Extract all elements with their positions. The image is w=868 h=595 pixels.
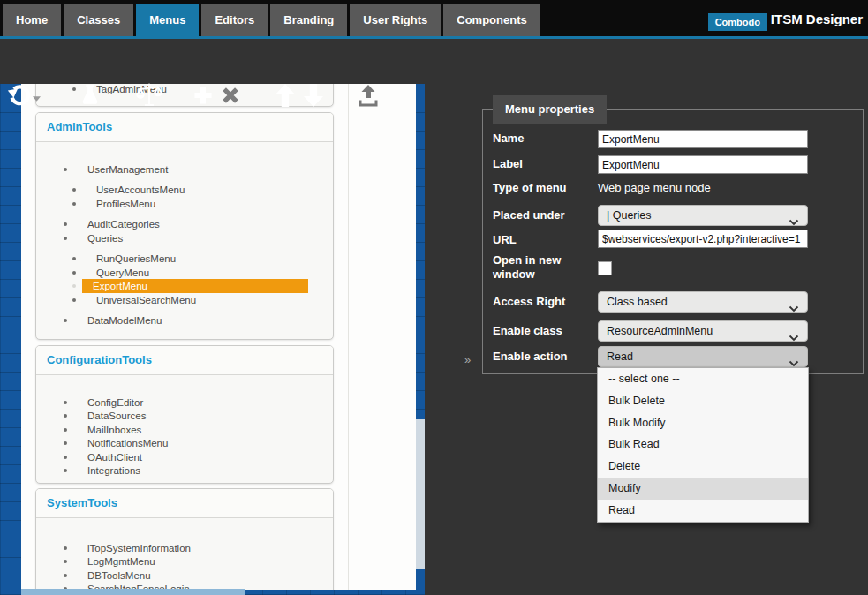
bullet-icon — [64, 560, 67, 563]
tree-item-RunQueriesMenu[interactable]: RunQueriesMenu — [36, 252, 333, 267]
tab-user-rights[interactable]: User Rights — [350, 4, 441, 36]
collapse-panel-icon[interactable]: » — [464, 353, 471, 366]
tab-branding[interactable]: Branding — [270, 4, 347, 36]
itsm-designer-window: HomeClassesMenusEditorsBrandingUser Righ… — [0, 0, 868, 595]
tab-menus[interactable]: Menus — [136, 4, 199, 36]
access-right-select[interactable]: Class based — [598, 291, 808, 313]
chevron-down-icon — [789, 299, 799, 319]
undo-dropdown-button[interactable] — [30, 83, 42, 111]
type-of-menu-label: Type of menu — [493, 181, 592, 195]
tree-item-Queries[interactable]: Queries — [36, 231, 333, 245]
tree-item-label: Queries — [84, 232, 126, 245]
section-title: ConfigurationTools — [36, 346, 333, 375]
option-bulk-delete[interactable]: Bulk Delete — [598, 390, 808, 412]
option-read[interactable]: Read — [598, 500, 808, 522]
bullet-icon — [72, 257, 76, 260]
move-down-button[interactable] — [302, 83, 325, 111]
tree-item-label: NotificationsMenu — [84, 437, 171, 449]
add-button[interactable] — [191, 83, 215, 111]
tree-item-AuditCategories[interactable]: AuditCategories — [36, 218, 333, 232]
delete-button[interactable] — [219, 83, 242, 111]
bullet-icon — [64, 319, 67, 322]
open-in-new-window-checkbox[interactable] — [598, 261, 612, 275]
option-bulk-modify[interactable]: Bulk Modify — [598, 412, 808, 434]
tree-item-label: Integrations — [84, 464, 144, 477]
tree-item-label: iTopSystemInformation — [84, 542, 194, 554]
tree-item-QueryMenu[interactable]: QueryMenu — [36, 266, 333, 280]
test-button[interactable] — [76, 83, 104, 111]
label-input[interactable] — [598, 155, 808, 174]
placed-under-label: Placed under — [493, 208, 592, 222]
open-in-new-window-label: Open in new window — [493, 253, 581, 282]
name-input[interactable] — [598, 130, 808, 148]
enable-action-select[interactable]: Read — [598, 346, 808, 367]
bullet-icon — [64, 401, 67, 404]
tree-item-label: RunQueriesMenu — [93, 252, 179, 265]
bullet-icon — [64, 441, 67, 445]
tree-item-OAuthClient[interactable]: OAuthClient — [36, 450, 333, 464]
tree-card-configurationtools: ConfigurationTools ConfigEditorDataSourc… — [35, 345, 334, 484]
chevron-down-icon — [789, 328, 799, 348]
tab-editors[interactable]: Editors — [201, 4, 268, 36]
tab-home[interactable]: Home — [3, 4, 61, 36]
tree-item-label: QueryMenu — [93, 267, 153, 279]
placed-under-select[interactable]: | Queries — [598, 205, 808, 226]
option-select-one[interactable]: -- select one -- — [598, 368, 808, 390]
url-label: URL — [493, 233, 592, 247]
enable-action-label: Enable action — [493, 350, 592, 364]
tree-item-UniversalSearchMenu[interactable]: UniversalSearchMenu — [36, 293, 333, 307]
bullet-icon — [64, 469, 67, 472]
scales-icon — [133, 81, 165, 113]
bullet-icon — [72, 202, 76, 206]
tree-item-DataModelMenu[interactable]: DataModelMenu — [36, 314, 333, 328]
app-title: ITSM Designer — [771, 11, 863, 26]
tree-item-NotificationsMenu[interactable]: NotificationsMenu — [36, 437, 333, 451]
brand-badge: Combodo — [708, 13, 767, 31]
tree-item-Integrations[interactable]: Integrations — [36, 464, 333, 478]
bullet-icon — [64, 414, 67, 418]
tree-item-label: DataModelMenu — [84, 314, 165, 327]
chevron-down-icon — [33, 89, 41, 105]
name-label: Name — [493, 132, 592, 146]
tree-panel-divider — [348, 84, 349, 590]
bullet-icon — [64, 574, 67, 577]
enable-class-label: Enable class — [493, 324, 592, 338]
tree-item-label: ExportMenu — [82, 279, 308, 293]
option-delete[interactable]: Delete — [598, 456, 808, 478]
tree-item-MailInboxes[interactable]: MailInboxes — [36, 423, 333, 437]
bullet-icon — [64, 237, 67, 240]
tree-item-LogMgmtMenu[interactable]: LogMgmtMenu — [36, 555, 333, 569]
compare-button[interactable] — [132, 83, 166, 111]
tree-item-label: OAuthClient — [84, 451, 146, 463]
bullet-icon — [72, 284, 76, 288]
tree-item-iTopSystemInformation[interactable]: iTopSystemInformation — [36, 541, 333, 555]
option-modify[interactable]: Modify — [598, 478, 808, 500]
tab-components[interactable]: Components — [443, 4, 540, 36]
horizontal-scrollbar-thumb[interactable] — [21, 589, 245, 595]
url-input[interactable] — [598, 230, 808, 248]
enable-action-options: -- select one --Bulk DeleteBulk ModifyBu… — [597, 367, 809, 523]
bullet-icon — [64, 546, 67, 550]
tree-item-DataSources[interactable]: DataSources — [36, 410, 333, 424]
tree-item-ConfigEditor[interactable]: ConfigEditor — [36, 395, 333, 410]
tree-item-ExportMenu[interactable]: ExportMenu — [36, 280, 333, 294]
option-bulk-read[interactable]: Bulk Read — [598, 433, 808, 456]
label-label: Label — [493, 157, 592, 171]
flask-icon — [77, 82, 103, 112]
tab-classes[interactable]: Classes — [64, 4, 133, 36]
tree-card-admintools: AdminTools UserManagementUserAccountsMen… — [35, 112, 334, 340]
header-accent-line — [0, 36, 868, 39]
panel-gap-scrollbar[interactable] — [416, 419, 425, 569]
bullet-icon — [72, 188, 76, 192]
tree-item-label: ConfigEditor — [84, 396, 147, 409]
move-up-button[interactable] — [274, 83, 297, 111]
tree-item-UserManagement[interactable]: UserManagement — [36, 162, 333, 177]
bullet-icon — [64, 428, 67, 432]
enable-class-select[interactable]: ResourceAdminMenu — [598, 320, 808, 342]
section-title: AdminTools — [36, 113, 333, 142]
tree-item-ProfilesMenu[interactable]: ProfilesMenu — [36, 197, 333, 211]
plus-icon — [192, 85, 214, 109]
tree-item-DBToolsMenu[interactable]: DBToolsMenu — [36, 569, 333, 583]
publish-button[interactable] — [355, 83, 381, 111]
tree-item-UserAccountsMenu[interactable]: UserAccountsMenu — [36, 184, 333, 198]
